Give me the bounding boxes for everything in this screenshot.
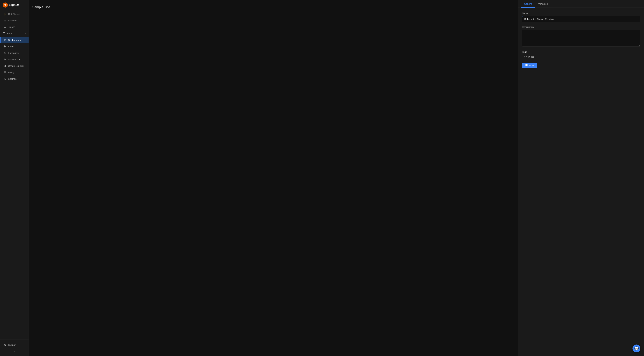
sidebar-item-exceptions[interactable]: Exceptions [0, 50, 28, 56]
sidebar-item-service-map[interactable]: Service Map [0, 56, 28, 63]
tab-variables[interactable]: Variables [535, 0, 550, 8]
sidebar-label-get-started: Get Started [8, 13, 20, 15]
sidebar-nav: ⚡ Get Started ☁ Services Traces [0, 10, 28, 339]
logs-icon [3, 32, 6, 35]
svg-line-11 [5, 59, 6, 60]
new-tag-label: New Tag [526, 56, 534, 58]
save-button[interactable]: Save [522, 63, 537, 68]
panel-tabs: General Variables [518, 0, 644, 8]
svg-point-9 [5, 60, 6, 60]
svg-rect-13 [5, 65, 5, 67]
svg-line-10 [4, 59, 5, 60]
sidebar-label-exceptions: Exceptions [8, 52, 20, 54]
tags-label: Tags [522, 51, 640, 53]
plus-icon: + [524, 56, 525, 58]
svg-rect-14 [6, 65, 6, 67]
logo-icon: 👁 [3, 2, 8, 7]
sidebar-item-settings[interactable]: Settings [0, 76, 28, 82]
dashboard-title: Sample Title [32, 3, 514, 11]
sidebar-item-dashboards[interactable]: ◎ Dashboards [0, 37, 28, 43]
sidebar-item-usage-explorer[interactable]: Usage Explorer [0, 63, 28, 69]
alerts-icon [4, 45, 6, 48]
logs-arrow-icon: › [25, 32, 26, 35]
dashboard-area: Sample Title [29, 0, 518, 14]
svg-rect-26 [526, 65, 527, 66]
new-tag-button[interactable]: + New Tag [522, 55, 536, 59]
exceptions-icon [4, 51, 6, 54]
traces-icon [4, 25, 6, 28]
sidebar-item-billing[interactable]: Billing [0, 69, 28, 76]
services-icon: ☁ [4, 19, 6, 22]
sidebar-bottom: Support ‹ [0, 339, 28, 356]
sidebar-label-logs: Logs [7, 32, 12, 35]
svg-rect-5 [3, 34, 5, 34]
svg-rect-12 [4, 66, 4, 67]
sidebar-collapse-button[interactable]: ‹ [0, 348, 28, 354]
sidebar-label-settings: Settings [8, 77, 16, 80]
sidebar-item-get-started[interactable]: ⚡ Get Started [0, 11, 28, 17]
sidebar-item-traces[interactable]: Traces [0, 24, 28, 30]
chat-bubble-button[interactable]: 💬 [632, 345, 640, 353]
name-field-group: Name [522, 12, 640, 22]
tags-row: + New Tag [522, 55, 640, 59]
sidebar: 👁 SignOz ⚡ Get Started ☁ Services Traces [0, 0, 29, 356]
sidebar-label-service-map: Service Map [8, 58, 21, 61]
description-field-group: Description [522, 26, 640, 47]
svg-rect-1 [4, 27, 6, 27]
description-label: Description [522, 26, 640, 28]
svg-rect-16 [4, 72, 6, 72]
save-icon [525, 64, 528, 67]
service-map-icon [4, 58, 6, 61]
svg-rect-4 [3, 33, 5, 33]
get-started-icon: ⚡ [4, 12, 6, 15]
svg-point-7 [4, 58, 5, 59]
name-label: Name [522, 12, 640, 15]
svg-rect-25 [526, 64, 527, 65]
svg-point-17 [4, 78, 5, 79]
sidebar-label-usage-explorer: Usage Explorer [8, 65, 24, 67]
sidebar-label-alerts: Alerts [8, 45, 14, 48]
sidebar-label-dashboards: Dashboards [8, 39, 21, 41]
main-content: Sample Title [29, 0, 518, 356]
save-label: Save [529, 64, 534, 67]
billing-icon [4, 71, 6, 74]
chat-icon: 💬 [634, 346, 639, 351]
sidebar-item-support[interactable]: Support [0, 342, 28, 348]
svg-rect-0 [4, 26, 6, 26]
sidebar-item-logs[interactable]: Logs › [0, 30, 28, 37]
sidebar-label-services: Services [8, 19, 17, 22]
sidebar-item-alerts[interactable]: Alerts [0, 43, 28, 50]
sidebar-label-traces: Traces [8, 26, 15, 28]
panel-content: Name Description Tags + New Tag [518, 8, 644, 356]
description-input[interactable] [522, 30, 640, 46]
svg-rect-3 [3, 32, 5, 33]
app-name: SignOz [9, 3, 19, 7]
right-panel: General Variables Name Description Tags … [518, 0, 644, 356]
svg-point-19 [4, 345, 6, 346]
usage-explorer-icon [4, 64, 6, 67]
app-logo[interactable]: 👁 SignOz [0, 0, 28, 10]
sidebar-label-support: Support [8, 344, 16, 346]
tab-general[interactable]: General [521, 0, 535, 8]
svg-rect-2 [4, 27, 6, 28]
tags-field-group: Tags + New Tag [522, 51, 640, 59]
support-icon [4, 344, 6, 346]
sidebar-label-billing: Billing [8, 71, 14, 74]
sidebar-item-services[interactable]: ☁ Services [0, 17, 28, 24]
svg-point-8 [4, 60, 4, 60]
dashboards-icon: ◎ [4, 39, 6, 41]
name-input[interactable] [522, 16, 640, 22]
settings-icon [4, 77, 6, 80]
